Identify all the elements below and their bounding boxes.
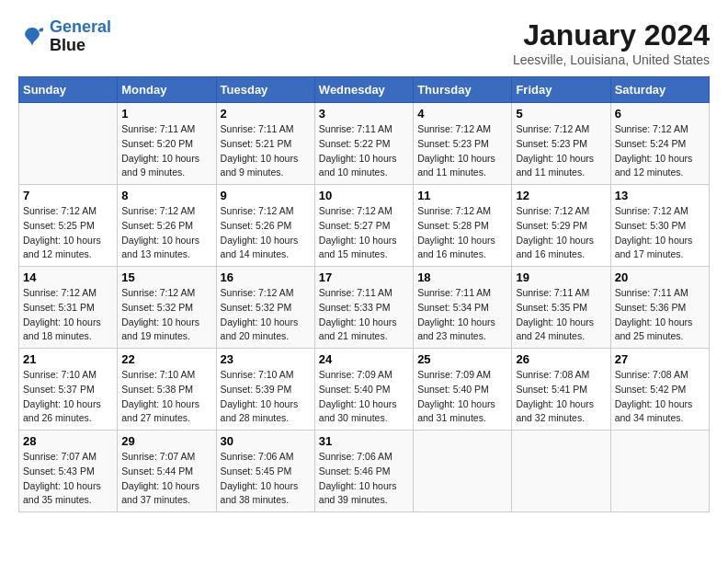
day-info: Sunrise: 7:12 AMSunset: 5:28 PMDaylight:… (417, 204, 507, 262)
day-number: 23 (221, 352, 311, 366)
day-number: 11 (417, 189, 507, 202)
day-info: Sunrise: 7:10 AMSunset: 5:38 PMDaylight:… (121, 368, 211, 426)
calendar-cell: 27Sunrise: 7:08 AMSunset: 5:42 PMDayligh… (610, 349, 709, 431)
calendar-cell: 24Sunrise: 7:09 AMSunset: 5:40 PMDayligh… (314, 349, 413, 431)
logo: General Blue (18, 18, 111, 55)
column-header-thursday: Thursday (414, 77, 512, 103)
calendar-cell: 7Sunrise: 7:12 AMSunset: 5:25 PMDaylight… (19, 185, 118, 267)
calendar-cell: 10Sunrise: 7:12 AMSunset: 5:27 PMDayligh… (314, 185, 413, 267)
day-info: Sunrise: 7:10 AMSunset: 5:37 PMDaylight:… (23, 368, 113, 426)
day-number: 13 (615, 189, 705, 202)
calendar-cell: 28Sunrise: 7:07 AMSunset: 5:43 PMDayligh… (19, 431, 118, 512)
calendar-cell: 20Sunrise: 7:11 AMSunset: 5:36 PMDayligh… (610, 267, 709, 349)
day-info: Sunrise: 7:11 AMSunset: 5:21 PMDaylight:… (221, 122, 311, 180)
title-block: January 2024 Leesville, Louisiana, Unite… (513, 18, 710, 67)
day-info: Sunrise: 7:12 AMSunset: 5:26 PMDaylight:… (121, 204, 211, 262)
day-number: 2 (221, 107, 311, 121)
column-header-wednesday: Wednesday (314, 77, 413, 103)
day-info: Sunrise: 7:11 AMSunset: 5:34 PMDaylight:… (417, 286, 507, 344)
day-number: 6 (615, 107, 705, 121)
logo-text: General Blue (50, 18, 111, 55)
day-info: Sunrise: 7:11 AMSunset: 5:20 PMDaylight:… (121, 122, 211, 180)
day-info: Sunrise: 7:12 AMSunset: 5:25 PMDaylight:… (23, 204, 113, 262)
calendar-cell: 19Sunrise: 7:11 AMSunset: 5:35 PMDayligh… (512, 267, 610, 349)
day-info: Sunrise: 7:10 AMSunset: 5:39 PMDaylight:… (221, 368, 311, 426)
page-header: General Blue January 2024 Leesville, Lou… (18, 18, 710, 67)
day-info: Sunrise: 7:07 AMSunset: 5:44 PMDaylight:… (121, 450, 211, 508)
day-number: 20 (615, 270, 705, 284)
day-number: 16 (221, 270, 311, 284)
day-info: Sunrise: 7:06 AMSunset: 5:45 PMDaylight:… (221, 450, 311, 508)
calendar-cell: 6Sunrise: 7:12 AMSunset: 5:24 PMDaylight… (610, 103, 709, 185)
day-number: 1 (121, 107, 211, 121)
day-number: 29 (121, 434, 211, 448)
day-number: 17 (319, 270, 409, 284)
day-info: Sunrise: 7:09 AMSunset: 5:40 PMDaylight:… (417, 368, 507, 426)
calendar-cell: 8Sunrise: 7:12 AMSunset: 5:26 PMDaylight… (118, 185, 216, 267)
calendar-cell: 22Sunrise: 7:10 AMSunset: 5:38 PMDayligh… (118, 349, 216, 431)
day-info: Sunrise: 7:12 AMSunset: 5:23 PMDaylight:… (417, 122, 507, 180)
calendar-cell: 31Sunrise: 7:06 AMSunset: 5:46 PMDayligh… (314, 431, 413, 512)
day-info: Sunrise: 7:11 AMSunset: 5:36 PMDaylight:… (615, 286, 705, 344)
day-info: Sunrise: 7:07 AMSunset: 5:43 PMDaylight:… (23, 450, 113, 508)
calendar-cell (414, 431, 512, 512)
day-info: Sunrise: 7:11 AMSunset: 5:33 PMDaylight:… (319, 286, 409, 344)
calendar-cell: 5Sunrise: 7:12 AMSunset: 5:23 PMDaylight… (512, 103, 610, 185)
day-number: 4 (417, 107, 507, 121)
calendar-cell: 13Sunrise: 7:12 AMSunset: 5:30 PMDayligh… (610, 185, 709, 267)
calendar-cell: 23Sunrise: 7:10 AMSunset: 5:39 PMDayligh… (216, 349, 314, 431)
column-header-monday: Monday (118, 77, 216, 103)
day-info: Sunrise: 7:12 AMSunset: 5:29 PMDaylight:… (516, 204, 606, 262)
day-info: Sunrise: 7:12 AMSunset: 5:31 PMDaylight:… (23, 286, 113, 344)
day-info: Sunrise: 7:08 AMSunset: 5:41 PMDaylight:… (516, 368, 606, 426)
calendar-cell: 18Sunrise: 7:11 AMSunset: 5:34 PMDayligh… (414, 267, 512, 349)
day-number: 12 (516, 189, 606, 202)
calendar-cell: 11Sunrise: 7:12 AMSunset: 5:28 PMDayligh… (414, 185, 512, 267)
logo-icon (18, 23, 46, 51)
calendar-cell: 26Sunrise: 7:08 AMSunset: 5:41 PMDayligh… (512, 349, 610, 431)
calendar-cell: 12Sunrise: 7:12 AMSunset: 5:29 PMDayligh… (512, 185, 610, 267)
day-number: 18 (417, 270, 507, 284)
calendar-cell: 17Sunrise: 7:11 AMSunset: 5:33 PMDayligh… (314, 267, 413, 349)
calendar-cell: 3Sunrise: 7:11 AMSunset: 5:22 PMDaylight… (314, 103, 413, 185)
column-header-tuesday: Tuesday (216, 77, 314, 103)
calendar-cell (512, 431, 610, 512)
calendar-cell: 9Sunrise: 7:12 AMSunset: 5:26 PMDaylight… (216, 185, 314, 267)
calendar-cell: 14Sunrise: 7:12 AMSunset: 5:31 PMDayligh… (19, 267, 118, 349)
day-number: 7 (23, 189, 113, 202)
calendar-cell: 25Sunrise: 7:09 AMSunset: 5:40 PMDayligh… (414, 349, 512, 431)
day-number: 21 (23, 352, 113, 366)
calendar-cell (19, 103, 118, 185)
day-number: 3 (319, 107, 409, 121)
calendar-table: SundayMondayTuesdayWednesdayThursdayFrid… (18, 76, 710, 512)
day-number: 28 (23, 434, 113, 448)
calendar-cell: 1Sunrise: 7:11 AMSunset: 5:20 PMDaylight… (118, 103, 216, 185)
day-number: 22 (121, 352, 211, 366)
day-info: Sunrise: 7:12 AMSunset: 5:24 PMDaylight:… (615, 122, 705, 180)
calendar-week-row: 21Sunrise: 7:10 AMSunset: 5:37 PMDayligh… (19, 349, 710, 431)
day-number: 9 (221, 189, 311, 202)
day-number: 30 (221, 434, 311, 448)
calendar-header-row: SundayMondayTuesdayWednesdayThursdayFrid… (19, 77, 710, 103)
calendar-cell: 29Sunrise: 7:07 AMSunset: 5:44 PMDayligh… (118, 431, 216, 512)
day-info: Sunrise: 7:06 AMSunset: 5:46 PMDaylight:… (319, 450, 409, 508)
day-info: Sunrise: 7:12 AMSunset: 5:32 PMDaylight:… (121, 286, 211, 344)
calendar-cell: 4Sunrise: 7:12 AMSunset: 5:23 PMDaylight… (414, 103, 512, 185)
day-number: 15 (121, 270, 211, 284)
day-info: Sunrise: 7:12 AMSunset: 5:23 PMDaylight:… (516, 122, 606, 180)
column-header-saturday: Saturday (610, 77, 709, 103)
month-title: January 2024 (513, 18, 710, 52)
day-number: 10 (319, 189, 409, 202)
day-number: 25 (417, 352, 507, 366)
calendar-week-row: 1Sunrise: 7:11 AMSunset: 5:20 PMDaylight… (19, 103, 710, 185)
day-info: Sunrise: 7:09 AMSunset: 5:40 PMDaylight:… (319, 368, 409, 426)
day-number: 19 (516, 270, 606, 284)
column-header-friday: Friday (512, 77, 610, 103)
day-info: Sunrise: 7:12 AMSunset: 5:27 PMDaylight:… (319, 204, 409, 262)
day-number: 14 (23, 270, 113, 284)
calendar-cell (610, 431, 709, 512)
calendar-week-row: 14Sunrise: 7:12 AMSunset: 5:31 PMDayligh… (19, 267, 710, 349)
column-header-sunday: Sunday (19, 77, 118, 103)
day-info: Sunrise: 7:12 AMSunset: 5:32 PMDaylight:… (221, 286, 311, 344)
calendar-cell: 21Sunrise: 7:10 AMSunset: 5:37 PMDayligh… (19, 349, 118, 431)
